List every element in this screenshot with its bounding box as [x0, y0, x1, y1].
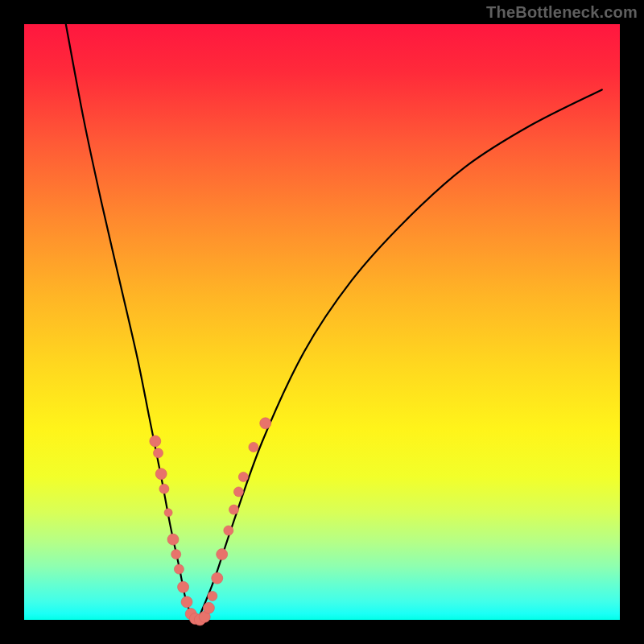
- data-point: [208, 591, 217, 601]
- data-point: [167, 534, 179, 545]
- data-point: [260, 418, 271, 429]
- chart-svg: [24, 24, 620, 620]
- data-point: [249, 442, 258, 452]
- chart-frame: TheBottleneck.com: [0, 0, 644, 644]
- data-point: [229, 505, 238, 514]
- data-point: [224, 526, 233, 535]
- data-point: [212, 572, 223, 584]
- data-point: [164, 509, 172, 517]
- data-points-group: [150, 418, 271, 625]
- data-point: [238, 472, 248, 481]
- plot-area: [24, 24, 620, 620]
- data-point: [171, 550, 181, 559]
- data-point: [217, 549, 228, 560]
- data-point: [154, 448, 163, 458]
- data-point: [159, 484, 169, 493]
- data-point: [203, 602, 214, 613]
- data-point: [155, 469, 167, 480]
- watermark-text: TheBottleneck.com: [486, 3, 638, 22]
- bottleneck-curve: [66, 24, 602, 620]
- data-point: [174, 564, 184, 574]
- data-point: [181, 597, 192, 608]
- data-point: [150, 436, 161, 447]
- data-point: [178, 581, 189, 592]
- data-point: [233, 487, 243, 497]
